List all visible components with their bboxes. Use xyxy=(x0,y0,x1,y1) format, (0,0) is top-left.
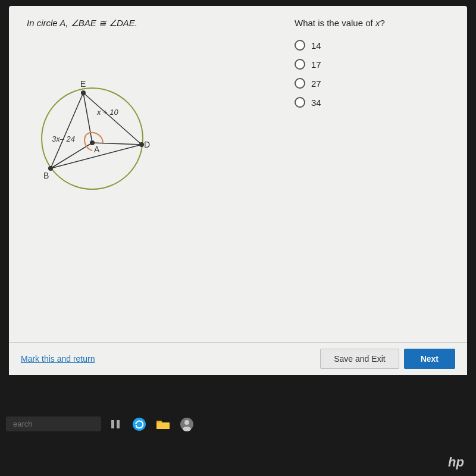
save-exit-button[interactable]: Save and Exit xyxy=(320,349,399,369)
option-item-17[interactable]: 17 xyxy=(295,59,449,70)
svg-text:B: B xyxy=(43,171,49,180)
circle-diagram: E B D A x + 10 3x– 24 xyxy=(27,46,170,207)
next-button[interactable]: Next xyxy=(404,349,455,369)
option-label-17: 17 xyxy=(311,60,321,70)
svg-text:3x– 24: 3x– 24 xyxy=(52,134,75,143)
split-icon[interactable] xyxy=(106,415,125,434)
folder-icon[interactable] xyxy=(154,415,173,434)
hp-logo: hp xyxy=(448,455,464,470)
option-label-14: 14 xyxy=(311,40,321,51)
diagram-container: E B D A x + 10 3x– 24 xyxy=(27,46,170,207)
search-input[interactable] xyxy=(6,416,101,431)
svg-point-22 xyxy=(184,420,189,425)
svg-point-23 xyxy=(183,427,191,431)
mark-return-link[interactable]: Mark this and return xyxy=(21,354,95,364)
taskbar xyxy=(0,408,476,440)
radio-17[interactable] xyxy=(295,59,305,70)
left-panel: In circle A, ∠BAE ≅ ∠DAE. xyxy=(27,18,283,330)
svg-text:x + 10: x + 10 xyxy=(96,108,119,117)
option-label-34: 34 xyxy=(311,98,321,108)
options-list: 14 17 27 34 xyxy=(295,40,449,108)
svg-point-9 xyxy=(139,142,144,147)
option-label-27: 27 xyxy=(311,79,321,89)
svg-rect-17 xyxy=(111,420,114,428)
svg-rect-20 xyxy=(156,422,170,429)
option-item-27[interactable]: 27 xyxy=(295,78,449,89)
question-content: In circle A, ∠BAE ≅ ∠DAE. xyxy=(9,6,467,342)
quiz-screen: In circle A, ∠BAE ≅ ∠DAE. xyxy=(9,6,467,375)
svg-line-1 xyxy=(83,93,92,143)
svg-line-3 xyxy=(92,143,142,145)
question-text-left: In circle A, ∠BAE ≅ ∠DAE. xyxy=(27,18,283,29)
right-panel: What is the value of x? 14 17 27 34 xyxy=(283,18,449,330)
svg-text:A: A xyxy=(94,145,100,154)
svg-rect-18 xyxy=(117,420,120,428)
radio-27[interactable] xyxy=(295,78,305,89)
svg-text:D: D xyxy=(144,140,150,149)
question-text-right: What is the value of x? xyxy=(295,18,449,28)
svg-line-5 xyxy=(83,93,142,145)
bottom-buttons: Save and Exit Next xyxy=(320,349,455,369)
app-icon[interactable] xyxy=(177,415,196,434)
bottom-bar: Mark this and return Save and Exit Next xyxy=(9,342,467,375)
svg-point-7 xyxy=(81,90,86,95)
option-item-14[interactable]: 14 xyxy=(295,40,449,51)
svg-point-8 xyxy=(48,166,53,171)
radio-14[interactable] xyxy=(295,40,305,51)
radio-34[interactable] xyxy=(295,97,305,108)
option-item-34[interactable]: 34 xyxy=(295,97,449,108)
edge-icon[interactable] xyxy=(130,415,149,434)
svg-text:E: E xyxy=(80,79,86,89)
svg-point-19 xyxy=(133,418,146,431)
